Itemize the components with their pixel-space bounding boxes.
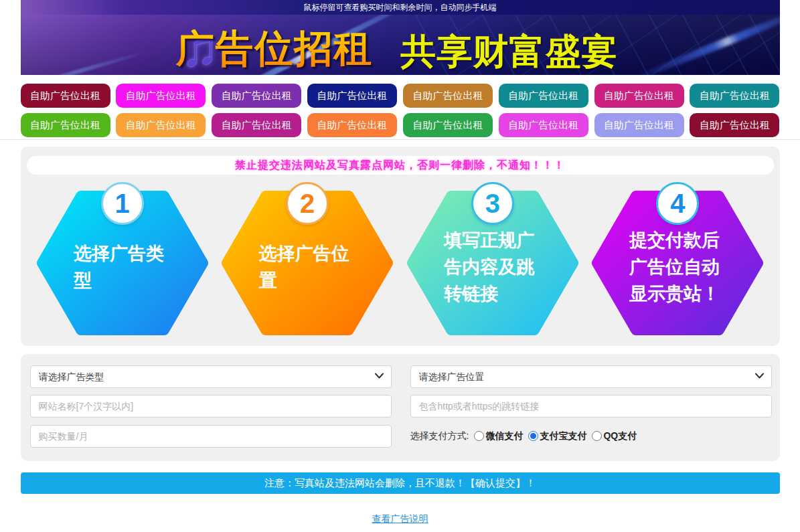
link-input[interactable] <box>410 395 772 418</box>
ad-slot-button[interactable]: 自助广告位出租 <box>690 113 779 137</box>
main-content: 禁止提交违法网站及写真露点网站，否则一律删除，不通知！！！ 1选择广告类型2选择… <box>21 147 780 525</box>
ad-slot-button[interactable]: 自助广告位出租 <box>403 84 493 108</box>
ad-slot-button[interactable]: 自助广告位出租 <box>307 84 397 108</box>
quantity-input[interactable] <box>30 425 392 448</box>
ad-slot-button[interactable]: 自助广告位出租 <box>499 113 588 137</box>
ad-slot-button[interactable]: 自助广告位出租 <box>212 84 301 108</box>
step-label: 选择广告位置 <box>259 240 356 294</box>
ad-type-select-wrap: 请选择广告类型 <box>30 365 392 388</box>
ad-slot-button[interactable]: 自助广告位出租 <box>594 113 684 137</box>
step-label: 选择广告类型 <box>74 240 171 294</box>
ad-slot-button[interactable]: 自助广告位出租 <box>690 84 779 108</box>
step-label: 填写正规广告内容及跳转链接 <box>444 227 541 307</box>
submit-bar[interactable]: 注意：写真站及违法网站会删除，且不退款！【确认提交】！ <box>21 472 780 494</box>
banner: ♫ 广告位招租 共享财富盛宴 <box>21 15 780 75</box>
step-card: 3填写正规广告内容及跳转链接 <box>406 180 580 338</box>
banner-subtitle: 共享财富盛宴 <box>401 33 618 69</box>
ad-position-select[interactable]: 请选择广告位置 <box>410 365 772 388</box>
payment-option-1[interactable]: 支付宝支付 <box>528 430 586 442</box>
step-card: 4提交付款后广告位自动显示贵站！ <box>590 180 765 338</box>
steps-panel: 禁止提交违法网站及写真露点网站，否则一律删除，不通知！！！ 1选择广告类型2选择… <box>21 147 780 346</box>
page-container: 鼠标停留可查看购买时间和剩余时间，自动同步手机端 ♫ 广告位招租 共享财富盛宴 … <box>21 0 780 137</box>
ad-slot-button[interactable]: 自助广告位出租 <box>212 113 301 137</box>
ad-slot-button[interactable]: 自助广告位出租 <box>499 84 588 108</box>
payment-radio[interactable] <box>474 431 484 441</box>
ad-button-row-1: 自助广告位出租自助广告位出租自助广告位出租自助广告位出租自助广告位出租自助广告位… <box>21 84 780 108</box>
steps-row: 1选择广告类型2选择广告位置3填写正规广告内容及跳转链接4提交付款后广告位自动显… <box>27 180 774 338</box>
notice-bar: 鼠标停留可查看购买时间和剩余时间，自动同步手机端 <box>21 0 780 15</box>
banner-title: 广告位招租 <box>176 29 374 68</box>
ad-slot-button[interactable]: 自助广告位出租 <box>116 84 206 108</box>
step-card: 1选择广告类型 <box>35 180 210 338</box>
ad-slot-button[interactable]: 自助广告位出租 <box>21 113 110 137</box>
order-form-panel: 请选择广告类型 请选择广告位置 选择支付方式: 微信支付支付宝支付QQ支付 <box>21 354 780 461</box>
light-streak-decoration <box>21 48 152 75</box>
payment-method-row: 选择支付方式: 微信支付支付宝支付QQ支付 <box>410 425 772 448</box>
payment-radio[interactable] <box>528 431 538 441</box>
payment-option-label: 微信支付 <box>485 430 523 442</box>
step-number-badge: 2 <box>286 182 329 225</box>
payment-options: 微信支付支付宝支付QQ支付 <box>469 430 637 442</box>
ad-slot-button[interactable]: 自助广告位出租 <box>116 113 206 137</box>
step-number-badge: 4 <box>656 182 699 225</box>
divider <box>0 139 800 140</box>
warning-banner: 禁止提交违法网站及写真露点网站，否则一律删除，不通知！！！ <box>27 156 774 175</box>
payment-option-0[interactable]: 微信支付 <box>474 430 523 442</box>
step-card: 2选择广告位置 <box>220 180 394 338</box>
payment-option-2[interactable]: QQ支付 <box>592 430 637 442</box>
ad-slot-button[interactable]: 自助广告位出租 <box>594 84 684 108</box>
payment-option-label: QQ支付 <box>603 430 637 442</box>
payment-method-label: 选择支付方式: <box>410 430 469 442</box>
ad-button-row-2: 自助广告位出租自助广告位出租自助广告位出租自助广告位出租自助广告位出租自助广告位… <box>21 113 780 137</box>
site-name-input[interactable] <box>30 395 392 418</box>
step-label: 提交付款后广告位自动显示贵站！ <box>629 227 726 307</box>
step-number-badge: 1 <box>101 182 144 225</box>
payment-radio[interactable] <box>592 431 602 441</box>
payment-option-label: 支付宝支付 <box>540 430 586 442</box>
ad-slot-button[interactable]: 自助广告位出租 <box>403 113 493 137</box>
ad-slot-button[interactable]: 自助广告位出租 <box>21 84 110 108</box>
ad-type-select[interactable]: 请选择广告类型 <box>30 365 392 388</box>
ad-info-link[interactable]: 查看广告说明 <box>372 513 428 524</box>
ad-slot-button[interactable]: 自助广告位出租 <box>307 113 397 137</box>
ad-position-select-wrap: 请选择广告位置 <box>410 365 772 388</box>
step-number-badge: 3 <box>471 182 514 225</box>
footer: 查看广告说明 <box>21 513 780 525</box>
